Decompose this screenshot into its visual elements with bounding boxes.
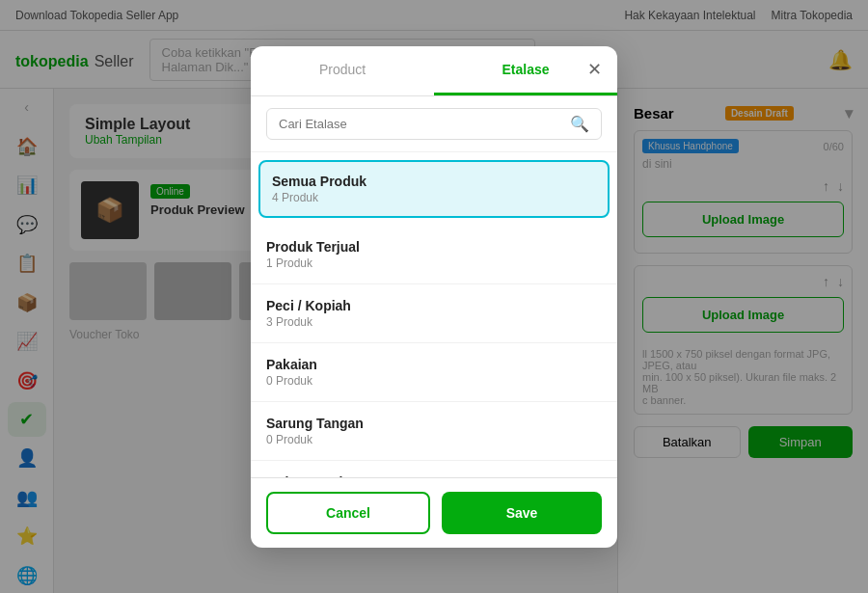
item-count-4: 0 Produk <box>266 433 602 446</box>
item-count-1: 1 Produk <box>266 256 602 270</box>
item-name-0: Semua Produk <box>272 174 596 189</box>
modal-save-button[interactable]: Save <box>442 492 602 534</box>
modal-header: Product Etalase ✕ <box>251 46 617 96</box>
item-name-3: Pakaian <box>266 357 602 372</box>
tab-product[interactable]: Product <box>251 46 434 95</box>
modal-overlay: Product Etalase ✕ 🔍 Semua Produk 4 Produ… <box>0 0 868 593</box>
list-item-3[interactable]: Pakaian 0 Produk <box>251 343 617 402</box>
background-page: Download Tokopedia Seller App Hak Kekaya… <box>0 0 868 593</box>
modal-dialog: Product Etalase ✕ 🔍 Semua Produk 4 Produ… <box>251 46 617 548</box>
modal-close-button[interactable]: ✕ <box>583 58 606 81</box>
item-count-3: 0 Produk <box>266 374 602 388</box>
item-count-0: 4 Produk <box>272 191 596 204</box>
item-name-4: Sarung Tangan <box>266 416 602 431</box>
list-item-5[interactable]: Makanan Minu... 0 Produk <box>251 461 617 477</box>
list-item-4[interactable]: Sarung Tangan 0 Produk <box>251 402 617 461</box>
list-item-1[interactable]: Produk Terjual 1 Produk <box>251 226 617 284</box>
item-name-1: Produk Terjual <box>266 239 602 255</box>
list-item-2[interactable]: Peci / Kopiah 3 Produk <box>251 284 617 343</box>
modal-footer: Cancel Save <box>251 477 617 548</box>
modal-search-area: 🔍 <box>251 96 617 152</box>
modal-search-input[interactable] <box>279 117 562 131</box>
item-name-2: Peci / Kopiah <box>266 298 602 313</box>
modal-cancel-button[interactable]: Cancel <box>266 492 430 534</box>
modal-search-icon: 🔍 <box>570 115 589 133</box>
list-item-0[interactable]: Semua Produk 4 Produk <box>258 160 610 218</box>
modal-search-inner: 🔍 <box>266 108 602 140</box>
item-count-2: 3 Produk <box>266 315 602 329</box>
modal-list: Semua Produk 4 Produk Produk Terjual 1 P… <box>251 152 617 477</box>
